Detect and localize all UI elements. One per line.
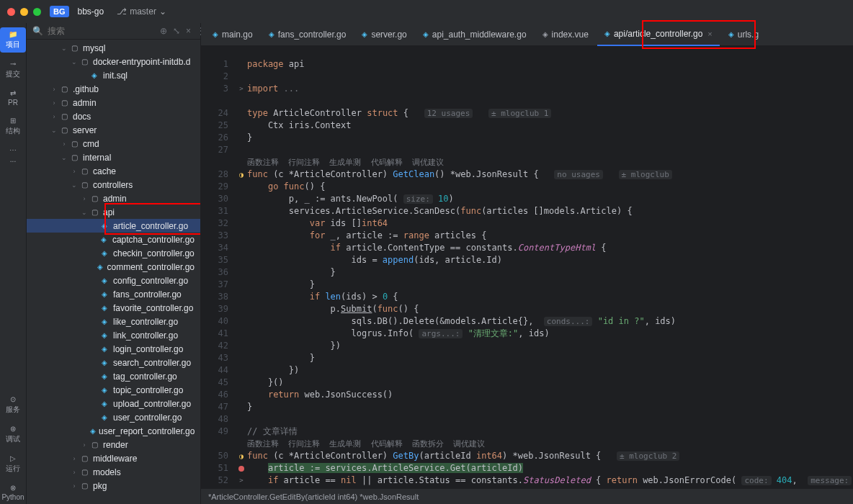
tree-item[interactable]: ›▢pkg — [27, 479, 200, 492]
tree-item[interactable]: ◈topic_controller.go — [27, 383, 200, 397]
dir-icon: ▢ — [58, 84, 70, 95]
tab-label: main.go — [222, 30, 253, 40]
toolbar-folder-icon[interactable]: 📁项目 — [0, 27, 26, 53]
go-icon: ◈ — [99, 343, 110, 355]
tree-item[interactable]: ◈link_controller.go — [27, 328, 200, 342]
tree-label: middleware — [93, 454, 137, 464]
tree-item[interactable]: ›▢cache — [27, 164, 200, 178]
tree-item[interactable]: ◈checkin_controller.go — [27, 246, 200, 260]
tree-item[interactable]: ◈favorite_controller.go — [27, 301, 200, 315]
vcs-branch[interactable]: ⎇ master ⌄ — [117, 6, 166, 17]
toolbar-service-icon[interactable]: ⊙服务 — [0, 392, 26, 418]
tree-item[interactable]: ›▢admin — [27, 192, 200, 205]
tab-label: api_auth_middleware.go — [432, 30, 527, 40]
tree-label: user_controller.go — [113, 413, 182, 423]
dir-icon: ▢ — [89, 193, 100, 204]
tree-item[interactable]: ◈init.sql — [27, 68, 200, 82]
tree-item[interactable]: ⌄▢internal — [27, 150, 200, 164]
tree-item[interactable]: ⌄▢docker-entrypoint-initdb.d — [27, 55, 200, 68]
editor-area: ◈main.go◈fans_controller.go◈server.go◈ap… — [201, 23, 853, 504]
go-icon: ◈ — [99, 371, 110, 382]
toolbar-python-icon[interactable]: ⊗Python — [0, 481, 26, 504]
toolbar-structure-icon[interactable]: ⊞结构 — [0, 114, 26, 139]
tree-item[interactable]: ◈user_controller.go — [27, 410, 200, 424]
tree-item[interactable]: ◈like_controller.go — [27, 315, 200, 328]
tab-label: api/article_controller.go — [614, 29, 702, 39]
toolbar-run-icon[interactable]: ▷运行 — [0, 451, 26, 477]
tree-item[interactable]: ◈article_controller.go — [27, 219, 200, 233]
tree-label: checkin_controller.go — [113, 248, 195, 258]
close-icon[interactable]: × — [707, 30, 712, 38]
minimize-window[interactable] — [20, 8, 28, 16]
chevron-icon: › — [80, 195, 89, 202]
tree-item[interactable]: ◈upload_controller.go — [27, 397, 200, 410]
chevron-icon: › — [50, 113, 58, 120]
go-icon: ◈ — [604, 30, 610, 37]
tree-item[interactable]: ◈config_controller.go — [27, 274, 200, 287]
search-input[interactable] — [48, 26, 156, 36]
folder-icon: 📁 — [9, 30, 17, 38]
commit-icon: ⊸ — [10, 60, 16, 68]
tree-label: server — [73, 125, 97, 135]
collapse-icon[interactable]: ⤡ — [173, 26, 180, 36]
tree-item[interactable]: ›▢docs — [27, 109, 200, 123]
tree-item[interactable]: ⌄▢controllers — [27, 178, 200, 192]
diagnostics-bar: ⚠1 ⚠9 ˇ — [201, 46, 853, 58]
maximize-window[interactable] — [33, 8, 41, 16]
tree-item[interactable]: ◈fans_controller.go — [27, 287, 200, 301]
tree-item[interactable]: ›▢middleware — [27, 451, 200, 465]
titlebar: BG bbs-go ⎇ master ⌄ — [0, 0, 853, 23]
toolbar-commit-icon[interactable]: ⊸提交 — [0, 57, 26, 82]
tree-label: like_controller.go — [113, 317, 178, 327]
tree-item[interactable]: ⌄▢mysql — [27, 41, 200, 55]
chevron-icon: ⌄ — [80, 209, 89, 216]
file-tree: ⌄▢mysql⌄▢docker-entrypoint-initdb.d◈init… — [27, 40, 200, 504]
tree-item[interactable]: ›▢models — [27, 465, 200, 479]
tree-item[interactable]: ◈comment_controller.go — [27, 260, 200, 274]
editor-tab[interactable]: ◈server.go — [354, 23, 414, 46]
tree-item[interactable]: ◈tag_controller.go — [27, 369, 200, 383]
editor-tab[interactable]: ◈api_auth_middleware.go — [416, 23, 534, 46]
tree-label: .github — [73, 84, 99, 94]
window-controls — [7, 8, 41, 16]
tree-label: search_controller.go — [113, 358, 191, 368]
tree-item[interactable]: ⌄▢api — [27, 205, 200, 219]
tree-item[interactable]: ◈captcha_controller.go — [27, 233, 200, 246]
tree-item[interactable]: ›▢.github — [27, 82, 200, 96]
editor-tab[interactable]: ◈main.go — [205, 23, 260, 46]
tree-label: api — [103, 207, 115, 217]
python-icon: ⊗ — [10, 484, 16, 492]
tree-item[interactable]: ›▢admin — [27, 96, 200, 109]
code-editor[interactable]: 1232425262728293031323334353637383940414… — [201, 58, 853, 488]
tree-item[interactable]: ◈user_report_controller.go — [27, 424, 200, 438]
toolbar-more-icon[interactable]: ⋯... — [0, 143, 26, 166]
go-icon: ◈ — [362, 30, 367, 38]
target-icon[interactable]: ⊕ — [160, 26, 167, 36]
debug-icon: ⊛ — [10, 425, 16, 433]
toolbar-pr-icon[interactable]: ⇄PR — [0, 86, 26, 109]
branch-icon: ⎇ — [117, 6, 127, 17]
close-icon[interactable]: × — [186, 26, 191, 36]
project-badge[interactable]: BG — [50, 6, 69, 17]
editor-tab[interactable]: ◈api/article_controller.go× — [597, 23, 720, 46]
tree-label: tag_controller.go — [113, 372, 177, 382]
editor-tab[interactable]: ◈urls.g — [721, 23, 766, 46]
tree-item[interactable]: ⌄▢server — [27, 123, 200, 137]
tree-item[interactable]: ◈login_controller.go — [27, 342, 200, 356]
dir-icon: ▢ — [79, 480, 90, 492]
tree-item[interactable]: ›▢cmd — [27, 137, 200, 150]
editor-tab[interactable]: ◈fans_controller.go — [262, 23, 354, 46]
editor-tab[interactable]: ◈index.vue — [535, 23, 596, 46]
dir-icon: ▢ — [79, 453, 90, 464]
tree-item[interactable]: ›▢render — [27, 438, 200, 451]
chevron-icon: ⌄ — [60, 45, 68, 52]
tree-label: render — [103, 440, 128, 450]
toolbar-debug-icon[interactable]: ⊛调试 — [0, 422, 26, 447]
code-content[interactable]: package api import ... type ArticleContr… — [247, 58, 853, 488]
project-name[interactable]: bbs-go — [78, 6, 104, 17]
close-window[interactable] — [7, 8, 15, 16]
go-icon: ◈ — [423, 30, 429, 38]
dir-icon: ▢ — [68, 138, 80, 150]
tree-item[interactable]: ◈search_controller.go — [27, 356, 200, 369]
chevron-icon: › — [70, 482, 79, 490]
